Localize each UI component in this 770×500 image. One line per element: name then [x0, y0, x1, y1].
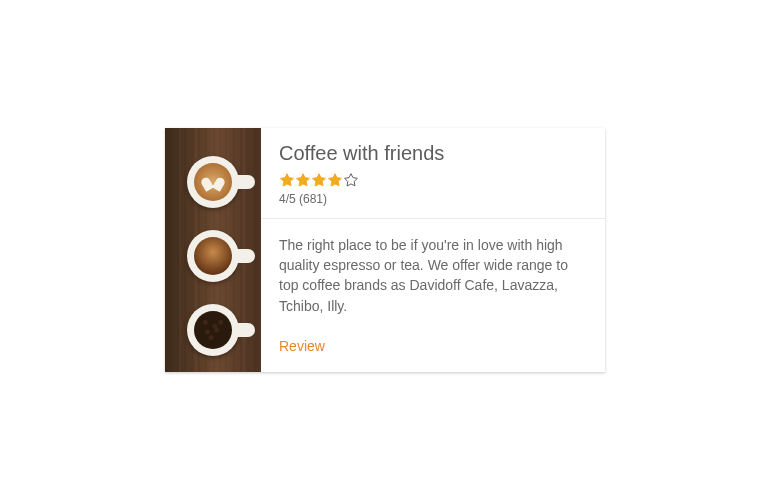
star-empty-icon — [343, 172, 359, 188]
place-card: Coffee with friends 4/5 (681) The right … — [165, 128, 605, 372]
review-link[interactable]: Review — [279, 338, 325, 354]
espresso-cup-icon — [187, 230, 239, 282]
place-thumbnail — [165, 128, 261, 372]
star-filled-icon — [279, 172, 295, 188]
latte-cup-icon — [187, 156, 239, 208]
star-filled-icon — [327, 172, 343, 188]
place-title: Coffee with friends — [279, 142, 587, 165]
rating-text: 4/5 (681) — [279, 192, 587, 206]
place-description: The right place to be if you're in love … — [279, 235, 587, 316]
star-filled-icon — [311, 172, 327, 188]
rating-stars — [279, 171, 587, 188]
star-filled-icon — [295, 172, 311, 188]
card-header: Coffee with friends 4/5 (681) — [261, 128, 605, 219]
card-body: The right place to be if you're in love … — [261, 219, 605, 372]
card-content: Coffee with friends 4/5 (681) The right … — [261, 128, 605, 372]
coffee-beans-cup-icon — [187, 304, 239, 356]
